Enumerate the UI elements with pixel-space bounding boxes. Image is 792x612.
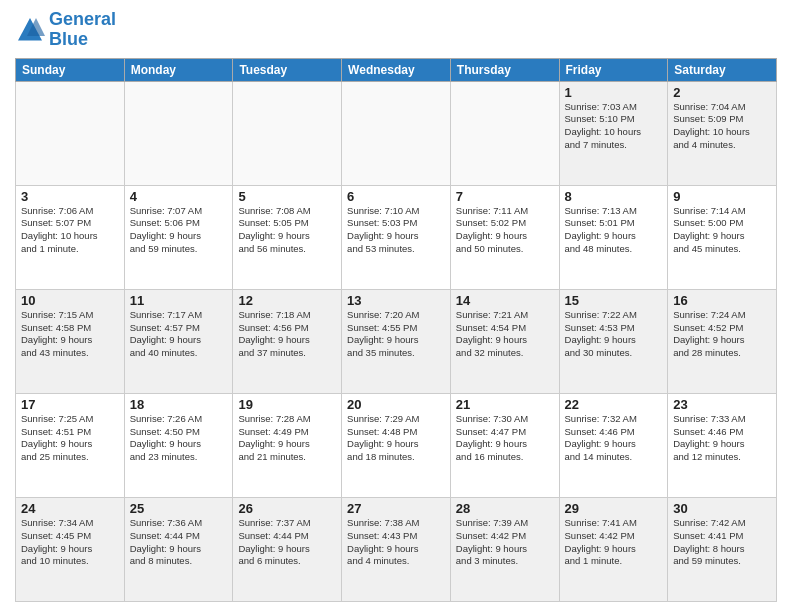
- page: General Blue SundayMondayTuesdayWednesda…: [0, 0, 792, 612]
- day-info: Sunrise: 7:25 AM Sunset: 4:51 PM Dayligh…: [21, 413, 119, 464]
- weekday-header-friday: Friday: [559, 58, 668, 81]
- day-info: Sunrise: 7:13 AM Sunset: 5:01 PM Dayligh…: [565, 205, 663, 256]
- calendar-day-cell: 7Sunrise: 7:11 AM Sunset: 5:02 PM Daylig…: [450, 185, 559, 289]
- calendar-day-cell: 30Sunrise: 7:42 AM Sunset: 4:41 PM Dayli…: [668, 497, 777, 601]
- day-number: 22: [565, 397, 663, 412]
- calendar-day-cell: 4Sunrise: 7:07 AM Sunset: 5:06 PM Daylig…: [124, 185, 233, 289]
- weekday-header-wednesday: Wednesday: [342, 58, 451, 81]
- day-number: 2: [673, 85, 771, 100]
- logo-text: General Blue: [49, 10, 116, 50]
- calendar-day-cell: 21Sunrise: 7:30 AM Sunset: 4:47 PM Dayli…: [450, 393, 559, 497]
- calendar-week-row: 1Sunrise: 7:03 AM Sunset: 5:10 PM Daylig…: [16, 81, 777, 185]
- calendar-day-cell: [124, 81, 233, 185]
- day-number: 20: [347, 397, 445, 412]
- day-info: Sunrise: 7:14 AM Sunset: 5:00 PM Dayligh…: [673, 205, 771, 256]
- weekday-header-sunday: Sunday: [16, 58, 125, 81]
- day-info: Sunrise: 7:07 AM Sunset: 5:06 PM Dayligh…: [130, 205, 228, 256]
- day-info: Sunrise: 7:38 AM Sunset: 4:43 PM Dayligh…: [347, 517, 445, 568]
- day-info: Sunrise: 7:34 AM Sunset: 4:45 PM Dayligh…: [21, 517, 119, 568]
- day-info: Sunrise: 7:04 AM Sunset: 5:09 PM Dayligh…: [673, 101, 771, 152]
- day-number: 10: [21, 293, 119, 308]
- calendar-day-cell: 3Sunrise: 7:06 AM Sunset: 5:07 PM Daylig…: [16, 185, 125, 289]
- day-info: Sunrise: 7:33 AM Sunset: 4:46 PM Dayligh…: [673, 413, 771, 464]
- calendar-day-cell: 5Sunrise: 7:08 AM Sunset: 5:05 PM Daylig…: [233, 185, 342, 289]
- calendar-day-cell: 2Sunrise: 7:04 AM Sunset: 5:09 PM Daylig…: [668, 81, 777, 185]
- day-number: 30: [673, 501, 771, 516]
- day-number: 1: [565, 85, 663, 100]
- calendar-week-row: 17Sunrise: 7:25 AM Sunset: 4:51 PM Dayli…: [16, 393, 777, 497]
- calendar-day-cell: [450, 81, 559, 185]
- day-info: Sunrise: 7:26 AM Sunset: 4:50 PM Dayligh…: [130, 413, 228, 464]
- calendar-day-cell: 25Sunrise: 7:36 AM Sunset: 4:44 PM Dayli…: [124, 497, 233, 601]
- calendar-week-row: 3Sunrise: 7:06 AM Sunset: 5:07 PM Daylig…: [16, 185, 777, 289]
- day-number: 7: [456, 189, 554, 204]
- day-number: 24: [21, 501, 119, 516]
- day-number: 23: [673, 397, 771, 412]
- day-info: Sunrise: 7:08 AM Sunset: 5:05 PM Dayligh…: [238, 205, 336, 256]
- day-info: Sunrise: 7:32 AM Sunset: 4:46 PM Dayligh…: [565, 413, 663, 464]
- day-info: Sunrise: 7:24 AM Sunset: 4:52 PM Dayligh…: [673, 309, 771, 360]
- calendar-day-cell: [342, 81, 451, 185]
- calendar-week-row: 24Sunrise: 7:34 AM Sunset: 4:45 PM Dayli…: [16, 497, 777, 601]
- weekday-header-thursday: Thursday: [450, 58, 559, 81]
- day-info: Sunrise: 7:39 AM Sunset: 4:42 PM Dayligh…: [456, 517, 554, 568]
- day-number: 21: [456, 397, 554, 412]
- day-number: 18: [130, 397, 228, 412]
- day-number: 28: [456, 501, 554, 516]
- calendar-day-cell: 24Sunrise: 7:34 AM Sunset: 4:45 PM Dayli…: [16, 497, 125, 601]
- calendar-day-cell: 17Sunrise: 7:25 AM Sunset: 4:51 PM Dayli…: [16, 393, 125, 497]
- day-info: Sunrise: 7:30 AM Sunset: 4:47 PM Dayligh…: [456, 413, 554, 464]
- day-number: 19: [238, 397, 336, 412]
- logo: General Blue: [15, 10, 116, 50]
- day-info: Sunrise: 7:36 AM Sunset: 4:44 PM Dayligh…: [130, 517, 228, 568]
- day-info: Sunrise: 7:06 AM Sunset: 5:07 PM Dayligh…: [21, 205, 119, 256]
- day-number: 8: [565, 189, 663, 204]
- calendar-day-cell: 26Sunrise: 7:37 AM Sunset: 4:44 PM Dayli…: [233, 497, 342, 601]
- calendar-day-cell: 14Sunrise: 7:21 AM Sunset: 4:54 PM Dayli…: [450, 289, 559, 393]
- calendar-week-row: 10Sunrise: 7:15 AM Sunset: 4:58 PM Dayli…: [16, 289, 777, 393]
- day-number: 5: [238, 189, 336, 204]
- day-info: Sunrise: 7:37 AM Sunset: 4:44 PM Dayligh…: [238, 517, 336, 568]
- calendar-day-cell: 1Sunrise: 7:03 AM Sunset: 5:10 PM Daylig…: [559, 81, 668, 185]
- calendar-day-cell: 8Sunrise: 7:13 AM Sunset: 5:01 PM Daylig…: [559, 185, 668, 289]
- day-info: Sunrise: 7:18 AM Sunset: 4:56 PM Dayligh…: [238, 309, 336, 360]
- day-number: 9: [673, 189, 771, 204]
- calendar-day-cell: 12Sunrise: 7:18 AM Sunset: 4:56 PM Dayli…: [233, 289, 342, 393]
- day-number: 16: [673, 293, 771, 308]
- day-info: Sunrise: 7:21 AM Sunset: 4:54 PM Dayligh…: [456, 309, 554, 360]
- day-number: 14: [456, 293, 554, 308]
- day-info: Sunrise: 7:03 AM Sunset: 5:10 PM Dayligh…: [565, 101, 663, 152]
- calendar-day-cell: 13Sunrise: 7:20 AM Sunset: 4:55 PM Dayli…: [342, 289, 451, 393]
- weekday-header-monday: Monday: [124, 58, 233, 81]
- day-number: 13: [347, 293, 445, 308]
- day-number: 17: [21, 397, 119, 412]
- calendar-day-cell: 15Sunrise: 7:22 AM Sunset: 4:53 PM Dayli…: [559, 289, 668, 393]
- calendar-day-cell: 16Sunrise: 7:24 AM Sunset: 4:52 PM Dayli…: [668, 289, 777, 393]
- weekday-header-saturday: Saturday: [668, 58, 777, 81]
- day-info: Sunrise: 7:17 AM Sunset: 4:57 PM Dayligh…: [130, 309, 228, 360]
- day-info: Sunrise: 7:11 AM Sunset: 5:02 PM Dayligh…: [456, 205, 554, 256]
- calendar-day-cell: 19Sunrise: 7:28 AM Sunset: 4:49 PM Dayli…: [233, 393, 342, 497]
- day-number: 26: [238, 501, 336, 516]
- calendar-table: SundayMondayTuesdayWednesdayThursdayFrid…: [15, 58, 777, 602]
- calendar-day-cell: 11Sunrise: 7:17 AM Sunset: 4:57 PM Dayli…: [124, 289, 233, 393]
- day-info: Sunrise: 7:15 AM Sunset: 4:58 PM Dayligh…: [21, 309, 119, 360]
- calendar-day-cell: 20Sunrise: 7:29 AM Sunset: 4:48 PM Dayli…: [342, 393, 451, 497]
- calendar-day-cell: 23Sunrise: 7:33 AM Sunset: 4:46 PM Dayli…: [668, 393, 777, 497]
- day-number: 12: [238, 293, 336, 308]
- calendar-day-cell: 10Sunrise: 7:15 AM Sunset: 4:58 PM Dayli…: [16, 289, 125, 393]
- logo-icon: [15, 15, 45, 45]
- calendar-day-cell: 28Sunrise: 7:39 AM Sunset: 4:42 PM Dayli…: [450, 497, 559, 601]
- day-number: 27: [347, 501, 445, 516]
- day-number: 11: [130, 293, 228, 308]
- day-info: Sunrise: 7:42 AM Sunset: 4:41 PM Dayligh…: [673, 517, 771, 568]
- day-number: 25: [130, 501, 228, 516]
- weekday-header-row: SundayMondayTuesdayWednesdayThursdayFrid…: [16, 58, 777, 81]
- day-number: 29: [565, 501, 663, 516]
- day-number: 6: [347, 189, 445, 204]
- day-number: 4: [130, 189, 228, 204]
- day-info: Sunrise: 7:29 AM Sunset: 4:48 PM Dayligh…: [347, 413, 445, 464]
- calendar-day-cell: 22Sunrise: 7:32 AM Sunset: 4:46 PM Dayli…: [559, 393, 668, 497]
- day-info: Sunrise: 7:28 AM Sunset: 4:49 PM Dayligh…: [238, 413, 336, 464]
- day-number: 3: [21, 189, 119, 204]
